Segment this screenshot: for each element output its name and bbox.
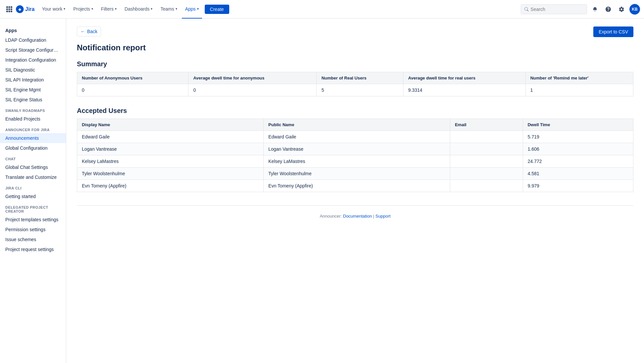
cell-display-name: Evn Tomeny (Appfire) bbox=[77, 180, 264, 192]
cell-dwell-time: 4.581 bbox=[523, 168, 633, 180]
svg-rect-7 bbox=[9, 11, 10, 12]
val-dwell-anon: 0 bbox=[188, 84, 317, 96]
cell-email bbox=[450, 143, 523, 155]
export-csv-button[interactable]: Export to CSV bbox=[593, 26, 633, 37]
search-icon bbox=[524, 7, 529, 12]
dashboards-chevron: ▾ bbox=[151, 7, 152, 11]
sidebar-item-permission-settings[interactable]: Permission settings bbox=[0, 225, 66, 234]
your-work-nav[interactable]: Your work ▾ bbox=[38, 0, 69, 19]
apps-chevron: ▾ bbox=[197, 7, 199, 11]
sidebar-item-issue-schemes[interactable]: Issue schemes bbox=[0, 234, 66, 244]
section-jira-cli: JIRA CLI bbox=[0, 182, 66, 191]
cell-public-name: Logan Vantrease bbox=[264, 143, 450, 155]
col-public-name: Public Name bbox=[264, 119, 450, 131]
apps-nav[interactable]: Apps ▾ bbox=[182, 0, 202, 19]
page-title: Notification report bbox=[77, 43, 633, 52]
svg-rect-0 bbox=[6, 6, 8, 8]
help-button[interactable] bbox=[603, 4, 614, 15]
table-row: Kelsey LaMastres Kelsey LaMastres 24.772 bbox=[77, 155, 633, 168]
cell-dwell-time: 5.719 bbox=[523, 131, 633, 143]
cell-email bbox=[450, 155, 523, 168]
val-real-users: 5 bbox=[317, 84, 403, 96]
table-row: Edward Gaile Edward Gaile 5.719 bbox=[77, 131, 633, 143]
sidebar-item-sil-api[interactable]: SIL API Integration bbox=[0, 75, 66, 85]
sidebar-item-sil-engine-mgmt[interactable]: SIL Engine Mgmt bbox=[0, 85, 66, 95]
sidebar-item-sil-engine-status[interactable]: SIL Engine Status bbox=[0, 95, 66, 105]
search-box[interactable] bbox=[521, 4, 587, 14]
sidebar-item-global-config[interactable]: Global Configuration bbox=[0, 143, 66, 153]
svg-rect-4 bbox=[9, 8, 10, 10]
cell-public-name: Evn Tomeny (Appfire) bbox=[264, 180, 450, 192]
documentation-link[interactable]: Documentation bbox=[343, 214, 372, 219]
section-swanly: SWANLY ROADMAPS bbox=[0, 105, 66, 114]
svg-rect-3 bbox=[6, 8, 8, 10]
jira-logo[interactable]: Jira bbox=[16, 5, 34, 13]
filters-nav[interactable]: Filters ▾ bbox=[98, 0, 120, 19]
col-real-users: Number of Real Users bbox=[317, 72, 403, 84]
cell-dwell-time: 1.606 bbox=[523, 143, 633, 155]
create-button[interactable]: Create bbox=[205, 5, 229, 14]
svg-rect-2 bbox=[11, 6, 12, 8]
cell-public-name: Edward Gaile bbox=[264, 131, 450, 143]
teams-chevron: ▾ bbox=[176, 7, 177, 11]
table-row: Evn Tomeny (Appfire) Evn Tomeny (Appfire… bbox=[77, 180, 633, 192]
cell-public-name: Kelsey LaMastres bbox=[264, 155, 450, 168]
sidebar-item-enabled-projects[interactable]: Enabled Projects bbox=[0, 114, 66, 124]
search-input[interactable] bbox=[531, 7, 583, 12]
cell-display-name: Logan Vantrease bbox=[77, 143, 264, 155]
sidebar-item-global-chat[interactable]: Global Chat Settings bbox=[0, 162, 66, 172]
bell-icon bbox=[592, 7, 598, 12]
settings-button[interactable] bbox=[616, 4, 627, 15]
back-button[interactable]: ← Back bbox=[77, 26, 101, 36]
topnav-right: KB bbox=[521, 4, 640, 15]
val-remind: 1 bbox=[525, 84, 633, 96]
section-chat: CHAT bbox=[0, 153, 66, 162]
sidebar-item-script-storage[interactable]: Script Storage Configuration bbox=[0, 45, 66, 55]
col-anon-users: Number of Anonymous Users bbox=[77, 72, 188, 84]
cell-email bbox=[450, 168, 523, 180]
val-anon-users: 0 bbox=[77, 84, 188, 96]
table-row: Tyler Woolstenhulme Tyler Woolstenhulme … bbox=[77, 168, 633, 180]
main-content: ← Back Export to CSV Notification report… bbox=[66, 19, 644, 363]
sidebar-item-announcements[interactable]: Announcements bbox=[0, 133, 66, 143]
sidebar-item-project-templates[interactable]: Project templates settings bbox=[0, 215, 66, 225]
cell-display-name: Edward Gaile bbox=[77, 131, 264, 143]
grid-icon[interactable] bbox=[4, 4, 15, 15]
section-delegated: DELEGATED PROJECT CREATOR bbox=[0, 201, 66, 215]
svg-rect-5 bbox=[11, 8, 12, 10]
sidebar: Apps LDAP Configuration Script Storage C… bbox=[0, 19, 66, 363]
help-icon bbox=[606, 7, 611, 12]
svg-rect-6 bbox=[6, 11, 8, 12]
teams-nav[interactable]: Teams ▾ bbox=[157, 0, 180, 19]
cell-display-name: Tyler Woolstenhulme bbox=[77, 168, 264, 180]
summary-row: 0 0 5 9.3314 1 bbox=[77, 84, 633, 96]
sidebar-item-getting-started[interactable]: Getting started bbox=[0, 191, 66, 201]
filters-chevron: ▾ bbox=[115, 7, 117, 11]
dashboards-nav[interactable]: Dashboards ▾ bbox=[121, 0, 156, 19]
gear-icon bbox=[619, 7, 624, 12]
cell-public-name: Tyler Woolstenhulme bbox=[264, 168, 450, 180]
cell-email bbox=[450, 131, 523, 143]
topnav: Jira Your work ▾ Projects ▾ Filters ▾ Da… bbox=[0, 0, 644, 19]
notifications-button[interactable] bbox=[590, 4, 600, 15]
col-remind: Number of 'Remind me later' bbox=[525, 72, 633, 84]
support-link[interactable]: Support bbox=[375, 214, 391, 219]
sidebar-item-translate[interactable]: Translate and Customize bbox=[0, 172, 66, 182]
svg-rect-1 bbox=[9, 6, 10, 8]
layout: Apps LDAP Configuration Script Storage C… bbox=[0, 19, 644, 363]
sidebar-apps-heading: Apps bbox=[0, 24, 66, 35]
sidebar-item-project-request[interactable]: Project request settings bbox=[0, 244, 66, 254]
col-dwell-time: Dwell Time bbox=[523, 119, 633, 131]
col-dwell-real: Average dwell time for real users bbox=[403, 72, 526, 84]
table-row: Logan Vantrease Logan Vantrease 1.606 bbox=[77, 143, 633, 155]
cell-dwell-time: 9.979 bbox=[523, 180, 633, 192]
avatar[interactable]: KB bbox=[629, 4, 640, 15]
cell-dwell-time: 24.772 bbox=[523, 155, 633, 168]
accepted-users-table: Display Name Public Name Email Dwell Tim… bbox=[77, 119, 633, 192]
sidebar-item-integration[interactable]: Integration Configuration bbox=[0, 55, 66, 65]
projects-nav[interactable]: Projects ▾ bbox=[70, 0, 96, 19]
cell-email bbox=[450, 180, 523, 192]
sidebar-item-ldap[interactable]: LDAP Configuration bbox=[0, 35, 66, 45]
back-arrow-icon: ← bbox=[80, 29, 85, 34]
sidebar-item-sil-diagnostic[interactable]: SIL Diagnostic bbox=[0, 65, 66, 75]
